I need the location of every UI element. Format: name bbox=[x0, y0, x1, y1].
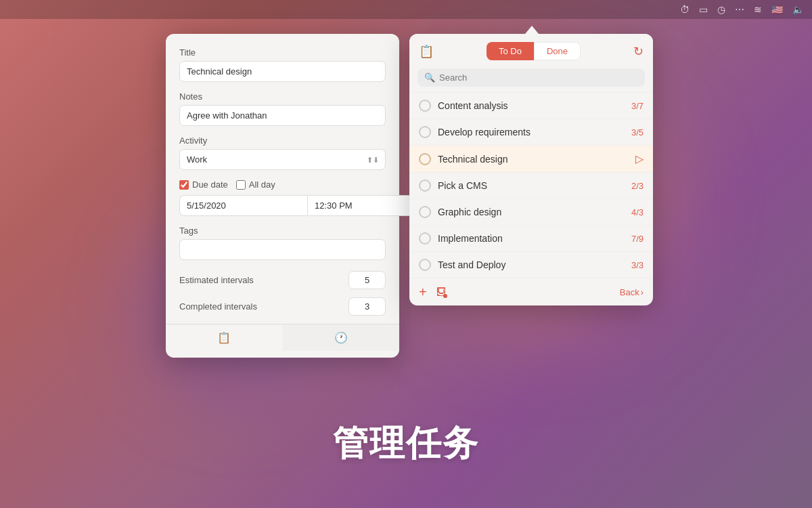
task-name: Technical design bbox=[438, 154, 629, 165]
task-item-technical-design[interactable]: Technical design ▷ bbox=[409, 145, 653, 172]
filter-active-dot bbox=[443, 294, 447, 298]
estimated-intervals-row: Estimated intervals bbox=[179, 271, 386, 289]
task-circle bbox=[419, 206, 431, 218]
volume-icon[interactable]: 🔈 bbox=[792, 4, 804, 15]
search-input[interactable] bbox=[439, 72, 638, 83]
task-list: Content analysis 3/7 Develop requirement… bbox=[409, 92, 653, 278]
task-item-content-analysis[interactable]: Content analysis 3/7 bbox=[409, 92, 653, 119]
task-name: Develop requirements bbox=[438, 127, 625, 137]
bottom-title: 管理任务 bbox=[0, 420, 812, 467]
task-item-pick-cms[interactable]: Pick a CMS 2/3 bbox=[409, 172, 653, 198]
title-input[interactable] bbox=[179, 61, 386, 82]
notes-label: Notes bbox=[179, 91, 386, 102]
back-button[interactable]: Back › bbox=[620, 287, 644, 297]
task-count: 3/5 bbox=[631, 127, 644, 137]
task-circle bbox=[419, 179, 431, 192]
wireless-icon: ⋯ bbox=[735, 4, 744, 15]
tab-timer[interactable]: 🕐 bbox=[283, 324, 400, 351]
task-circle bbox=[419, 259, 431, 271]
all-day-checkbox-label[interactable]: All day bbox=[236, 179, 275, 190]
flag-icon: 🇺🇸 bbox=[771, 4, 783, 15]
add-task-button[interactable]: + bbox=[419, 285, 427, 299]
task-count: 4/3 bbox=[631, 207, 644, 217]
task-name: Pick a CMS bbox=[438, 180, 625, 191]
due-date-checkbox-label[interactable]: Due date bbox=[179, 179, 228, 190]
panel-footer: + ⛾ Back › bbox=[409, 278, 653, 305]
completed-input[interactable] bbox=[348, 297, 386, 316]
tab-notes[interactable]: 📋 bbox=[166, 324, 283, 351]
wifi-icon[interactable]: ≋ bbox=[754, 4, 762, 15]
todo-done-tabs: To Do Done bbox=[439, 42, 628, 60]
refresh-button[interactable]: ↻ bbox=[633, 44, 644, 59]
task-item-develop-requirements[interactable]: Develop requirements 3/5 bbox=[409, 119, 653, 145]
all-day-checkbox[interactable] bbox=[236, 180, 246, 190]
airplay-icon[interactable]: ▭ bbox=[699, 4, 708, 15]
activity-select[interactable]: Work Personal Study Other bbox=[179, 149, 386, 170]
tags-label: Tags bbox=[179, 226, 386, 236]
due-date-checkbox[interactable] bbox=[179, 180, 189, 190]
notes-tab-icon: 📋 bbox=[217, 332, 231, 343]
estimated-label: Estimated intervals bbox=[179, 275, 254, 285]
all-day-label: All day bbox=[249, 179, 275, 190]
panel-header: 📋 To Do Done ↻ bbox=[409, 34, 653, 68]
task-circle bbox=[419, 232, 431, 245]
tags-input[interactable] bbox=[179, 239, 386, 260]
back-label: Back bbox=[620, 287, 639, 297]
popover-arrow bbox=[525, 26, 539, 34]
task-count: 2/3 bbox=[631, 181, 644, 191]
timer-menubar-icon[interactable]: ⏱ bbox=[680, 4, 690, 15]
task-name: Test and Deploy bbox=[438, 259, 625, 270]
task-circle bbox=[419, 153, 431, 165]
task-circle bbox=[419, 100, 431, 112]
search-bar: 🔍 bbox=[418, 68, 645, 87]
task-circle bbox=[419, 126, 431, 138]
completed-intervals-row: Completed intervals bbox=[179, 297, 386, 316]
panel-tab-bar: 📋 🕐 bbox=[166, 324, 399, 351]
task-item-implementation[interactable]: Implementation 7/9 bbox=[409, 225, 653, 251]
clock-icon[interactable]: ◷ bbox=[717, 4, 725, 15]
task-count: 3/3 bbox=[631, 260, 644, 270]
task-list-panel: 📋 To Do Done ↻ 🔍 Content analysis 3/7 De… bbox=[409, 34, 653, 305]
menubar: ⏱ ▭ ◷ ⋯ ≋ 🇺🇸 🔈 bbox=[0, 0, 812, 19]
back-chevron-icon: › bbox=[641, 287, 644, 297]
date-input[interactable] bbox=[179, 195, 307, 216]
title-label: Title bbox=[179, 47, 386, 58]
task-name: Graphic design bbox=[438, 207, 625, 217]
filter-button[interactable]: ⛾ bbox=[436, 287, 446, 297]
estimated-input[interactable] bbox=[348, 271, 386, 289]
panel-header-icon: 📋 bbox=[419, 44, 434, 59]
done-tab[interactable]: Done bbox=[534, 42, 581, 60]
task-item-test-deploy[interactable]: Test and Deploy 3/3 bbox=[409, 251, 653, 278]
task-count: 3/7 bbox=[631, 101, 644, 111]
task-detail-panel: Title Notes Activity Work Personal Study… bbox=[166, 34, 399, 358]
due-date-label: Due date bbox=[192, 179, 228, 190]
task-count: 7/9 bbox=[631, 234, 644, 244]
timer-tab-icon: 🕐 bbox=[334, 332, 348, 343]
completed-label: Completed intervals bbox=[179, 301, 257, 312]
play-icon[interactable]: ▷ bbox=[635, 152, 644, 165]
activity-label: Activity bbox=[179, 135, 386, 146]
task-item-graphic-design[interactable]: Graphic design 4/3 bbox=[409, 198, 653, 225]
search-icon: 🔍 bbox=[424, 72, 435, 83]
notes-input[interactable] bbox=[179, 105, 386, 126]
task-name: Content analysis bbox=[438, 100, 625, 111]
todo-tab[interactable]: To Do bbox=[487, 42, 534, 60]
task-name: Implementation bbox=[438, 233, 625, 244]
